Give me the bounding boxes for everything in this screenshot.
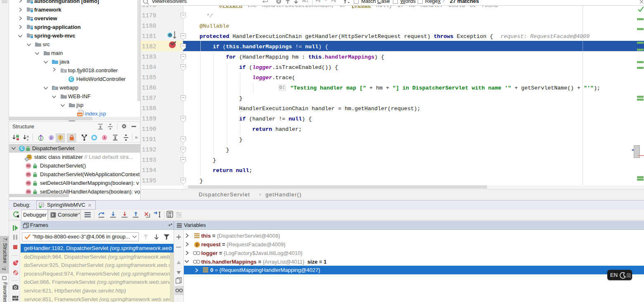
svg-text:JSP: JSP: [78, 113, 82, 116]
svg-text:z: z: [27, 138, 28, 141]
